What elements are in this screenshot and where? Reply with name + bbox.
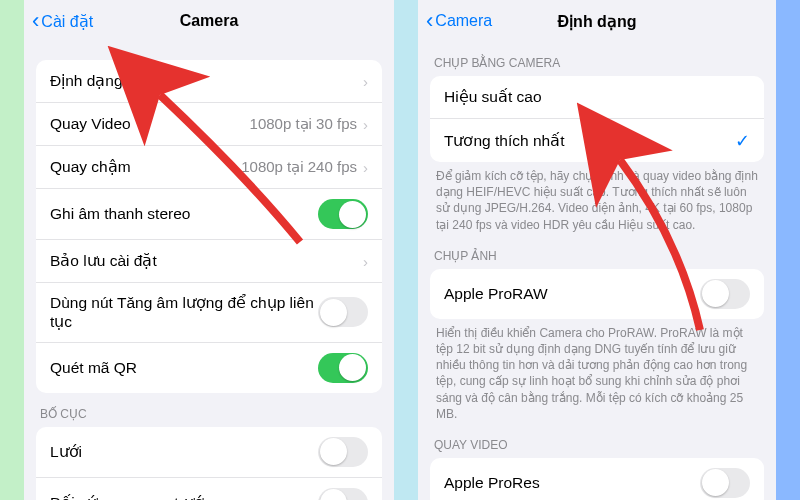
row-label: Dùng nút Tăng âm lượng để chụp liên tục bbox=[50, 293, 318, 332]
row-label: Quay Video bbox=[50, 114, 250, 133]
row-detail: 1080p tại 30 fps bbox=[250, 115, 357, 133]
toggle-volume-capture[interactable] bbox=[318, 297, 368, 327]
checkmark-icon: ✓ bbox=[735, 130, 750, 152]
toggle-prores[interactable] bbox=[700, 468, 750, 498]
row-prores[interactable]: Apple ProRes bbox=[430, 458, 764, 500]
decorative-pad-right bbox=[776, 0, 800, 500]
screen-formats: ‹ Camera Định dạng CHỤP BẰNG CAMERA Hiệu… bbox=[418, 0, 776, 500]
row-label: Ghi âm thanh stereo bbox=[50, 204, 318, 223]
row-detail: 1080p tại 240 fps bbox=[241, 158, 357, 176]
row-label: Quét mã QR bbox=[50, 358, 318, 377]
row-mirror-front[interactable]: Đối xứng camera trước bbox=[36, 478, 382, 500]
row-label: Tương thích nhất bbox=[444, 131, 735, 150]
group-capture-format: Hiệu suất cao Tương thích nhất ✓ bbox=[430, 76, 764, 162]
chevron-right-icon: › bbox=[363, 159, 368, 176]
row-label: Apple ProRAW bbox=[444, 284, 700, 303]
row-label: Định dạng bbox=[50, 71, 363, 90]
row-formats[interactable]: Định dạng › bbox=[36, 60, 382, 103]
nav-back-label: Cài đặt bbox=[41, 12, 93, 31]
row-label: Bảo lưu cài đặt bbox=[50, 251, 363, 270]
decorative-pad-left bbox=[0, 0, 24, 500]
row-proraw[interactable]: Apple ProRAW bbox=[430, 269, 764, 319]
row-record-video[interactable]: Quay Video 1080p tại 30 fps › bbox=[36, 103, 382, 146]
row-label: Quay chậm bbox=[50, 157, 241, 176]
group-video: Apple ProRes bbox=[430, 458, 764, 500]
chevron-right-icon: › bbox=[363, 73, 368, 90]
nav-bar: ‹ Camera Định dạng bbox=[418, 0, 776, 42]
nav-back-button[interactable]: ‹ Cài đặt bbox=[32, 10, 122, 32]
row-high-efficiency[interactable]: Hiệu suất cao bbox=[430, 76, 764, 119]
section-header-photo: CHỤP ẢNH bbox=[418, 235, 776, 269]
section-header-video: QUAY VIDEO bbox=[418, 424, 776, 458]
nav-back-label: Camera bbox=[435, 12, 492, 30]
toggle-proraw[interactable] bbox=[700, 279, 750, 309]
decorative-pad-mid bbox=[394, 0, 418, 500]
screen-camera-settings: ‹ Cài đặt Camera Định dạng › Quay Video … bbox=[24, 0, 394, 500]
toggle-mirror-front[interactable] bbox=[318, 488, 368, 500]
group-camera-main: Định dạng › Quay Video 1080p tại 30 fps … bbox=[36, 60, 382, 393]
chevron-left-icon: ‹ bbox=[426, 10, 433, 32]
toggle-stereo-audio[interactable] bbox=[318, 199, 368, 229]
row-label: Apple ProRes bbox=[444, 473, 700, 492]
row-volume-capture[interactable]: Dùng nút Tăng âm lượng để chụp liên tục bbox=[36, 283, 382, 343]
footer-capture-format: Để giảm kích cỡ tệp, hãy chụp ảnh và qua… bbox=[418, 162, 776, 235]
section-header-layout: BỐ CỤC bbox=[24, 393, 394, 427]
row-grid[interactable]: Lưới bbox=[36, 427, 382, 478]
row-stereo-audio[interactable]: Ghi âm thanh stereo bbox=[36, 189, 382, 240]
toggle-scan-qr[interactable] bbox=[318, 353, 368, 383]
row-scan-qr[interactable]: Quét mã QR bbox=[36, 343, 382, 393]
nav-bar: ‹ Cài đặt Camera bbox=[24, 0, 394, 42]
row-slow-mo[interactable]: Quay chậm 1080p tại 240 fps › bbox=[36, 146, 382, 189]
section-header-capture: CHỤP BẰNG CAMERA bbox=[418, 42, 776, 76]
group-layout: Lưới Đối xứng camera trước Xem bên ngoài… bbox=[36, 427, 382, 500]
row-most-compatible[interactable]: Tương thích nhất ✓ bbox=[430, 119, 764, 162]
row-label: Hiệu suất cao bbox=[444, 87, 750, 106]
toggle-grid[interactable] bbox=[318, 437, 368, 467]
chevron-right-icon: › bbox=[363, 116, 368, 133]
row-label: Lưới bbox=[50, 442, 318, 461]
nav-back-button[interactable]: ‹ Camera bbox=[426, 10, 516, 32]
row-label: Đối xứng camera trước bbox=[50, 493, 318, 500]
group-photo: Apple ProRAW bbox=[430, 269, 764, 319]
row-preserve-settings[interactable]: Bảo lưu cài đặt › bbox=[36, 240, 382, 283]
chevron-right-icon: › bbox=[363, 253, 368, 270]
chevron-left-icon: ‹ bbox=[32, 10, 39, 32]
footer-proraw: Hiển thị điều khiển Camera cho ProRAW. P… bbox=[418, 319, 776, 424]
